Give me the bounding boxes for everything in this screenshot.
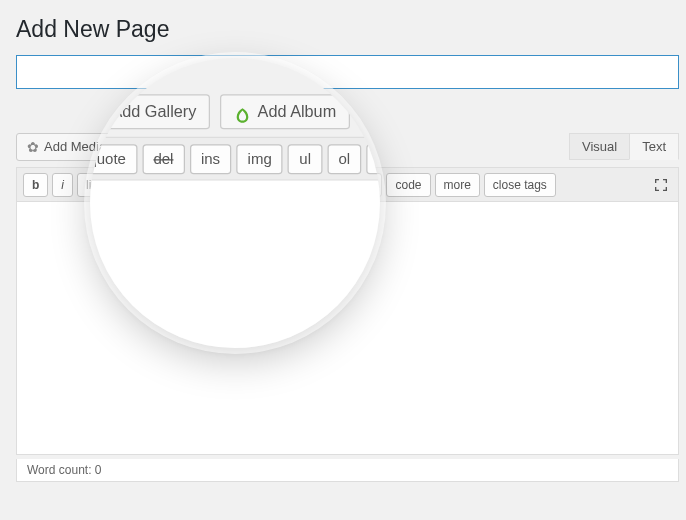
qt-ul-button[interactable]: ul — [296, 173, 323, 197]
qt-img-button[interactable]: img — [255, 173, 292, 197]
editor-tabs: Visual Text — [570, 133, 679, 160]
tab-text[interactable]: Text — [629, 133, 679, 160]
qt-italic-button[interactable]: i — [52, 173, 73, 197]
editor-wrap: ✿ Add Media Add Gallery Add Album Visual… — [16, 133, 679, 482]
qt-li-button[interactable]: li — [359, 173, 382, 197]
qt-code-button[interactable]: code — [386, 173, 430, 197]
qt-del-button[interactable]: del — [180, 173, 214, 197]
quicktags-toolbar: b i link b-quote del ins img ul ol li co… — [16, 167, 679, 201]
fullscreen-icon[interactable] — [650, 174, 672, 196]
add-album-label: Add Album — [272, 134, 335, 160]
add-album-button[interactable]: Add Album — [242, 133, 346, 161]
qt-ins-button[interactable]: ins — [218, 173, 251, 197]
media-button-row: ✿ Add Media Add Gallery Add Album Visual… — [16, 133, 679, 161]
add-media-label: Add Media — [44, 134, 106, 160]
leaf-icon — [136, 140, 150, 154]
qt-close-tags-button[interactable]: close tags — [484, 173, 556, 197]
page-title: Add New Page — [16, 16, 679, 43]
editor-textarea[interactable] — [16, 201, 679, 455]
add-media-button[interactable]: ✿ Add Media — [16, 133, 117, 161]
tab-visual[interactable]: Visual — [569, 133, 630, 160]
qt-more-button[interactable]: more — [435, 173, 480, 197]
qt-link-button[interactable]: link — [77, 173, 113, 197]
qt-bquote-button[interactable]: b-quote — [117, 173, 176, 197]
word-count-label: Word count: — [27, 463, 91, 477]
add-gallery-label: Add Gallery — [155, 134, 223, 160]
title-input[interactable] — [16, 55, 679, 89]
camera-music-icon: ✿ — [27, 134, 39, 160]
word-count-value: 0 — [95, 463, 102, 477]
status-bar: Word count: 0 — [16, 459, 679, 482]
leaf-icon — [253, 140, 267, 154]
qt-bold-button[interactable]: b — [23, 173, 48, 197]
qt-ol-button[interactable]: ol — [328, 173, 355, 197]
add-gallery-button[interactable]: Add Gallery — [125, 133, 234, 161]
